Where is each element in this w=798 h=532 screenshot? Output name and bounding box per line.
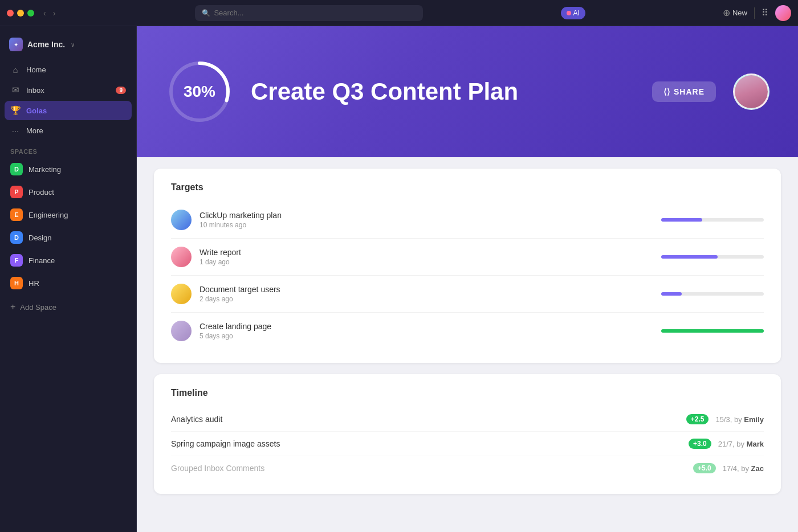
- timeline-meta-3: 17/4, by Zac: [723, 464, 764, 473]
- hr-badge: H: [10, 277, 23, 289]
- hero-section: 30% Create Q3 Content Plan ⟨⟩ SHARE: [137, 26, 798, 157]
- target-name-2: Write report: [199, 248, 653, 257]
- ai-button[interactable]: AI: [561, 7, 585, 19]
- timeline-meta-2: 21/7, by Mark: [718, 440, 764, 448]
- target-info-4: Create landing page 5 days ago: [199, 322, 653, 340]
- timeline-item-1: Analytics audit +2.5 15/3, by Emily: [171, 407, 764, 432]
- sidebar-item-home[interactable]: ⌂ Home: [5, 60, 132, 79]
- target-name-4: Create landing page: [199, 322, 653, 331]
- sidebar-label-more: More: [26, 126, 126, 135]
- add-space-button[interactable]: + Add Space: [0, 297, 136, 317]
- finance-label: Finance: [28, 256, 55, 265]
- workspace-header[interactable]: ✦ Acme Inc. ∨: [0, 33, 136, 56]
- target-item-2: Write report 1 day ago: [171, 239, 764, 276]
- workspace-logo: ✦: [9, 38, 23, 51]
- timeline-date-3: 17/4: [723, 464, 737, 473]
- more-icon: ···: [10, 126, 21, 136]
- workspace-name: Acme Inc.: [27, 40, 65, 49]
- timeline-author-3: Zac: [751, 464, 764, 473]
- target-name-1: ClickUp marketing plan: [199, 211, 653, 220]
- timeline-item-2: Spring campaign image assets +3.0 21/7, …: [171, 432, 764, 456]
- timeline-name-2: Spring campaign image assets: [171, 439, 682, 448]
- timeline-date-1: 15/3: [715, 415, 730, 424]
- sidebar: ✦ Acme Inc. ∨ ⌂ Home ✉ Inbox 9 🏆 Golas ·…: [0, 26, 137, 532]
- ai-label: AI: [573, 9, 580, 17]
- timeline-name-3: Grouped Inbox Comments: [171, 464, 686, 473]
- timeline-item-3: Grouped Inbox Comments +5.0 17/4, by Zac: [171, 456, 764, 480]
- timeline-title: Timeline: [171, 388, 764, 398]
- target-avatar-1: [171, 210, 192, 230]
- timeline-badge-1: +2.5: [686, 414, 709, 424]
- page-title: Create Q3 Content Plan: [251, 79, 635, 105]
- target-fill-4: [661, 329, 764, 333]
- home-icon: ⌂: [10, 65, 21, 75]
- target-fill-1: [661, 218, 702, 222]
- goals-icon: 🏆: [10, 105, 21, 116]
- timeline-author-2: Mark: [747, 440, 764, 448]
- timeline-author-1: Emily: [744, 415, 764, 424]
- new-label: New: [732, 9, 747, 17]
- target-time-1: 10 minutes ago: [199, 221, 653, 229]
- sidebar-label-goals: Golas: [26, 107, 126, 115]
- sidebar-item-product[interactable]: P Product: [5, 181, 132, 203]
- target-name-3: Document target users: [199, 285, 653, 294]
- timeline-by-3: by: [741, 464, 749, 473]
- topbar-right: ⊕ New ⠿: [723, 5, 791, 21]
- minimize-traffic-light[interactable]: [17, 10, 24, 17]
- sidebar-nav: ⌂ Home ✉ Inbox 9 🏆 Golas ··· More: [0, 60, 136, 141]
- target-fill-2: [661, 255, 718, 259]
- share-button[interactable]: ⟨⟩ SHARE: [652, 81, 716, 102]
- timeline-badge-2: +3.0: [689, 439, 711, 449]
- inbox-badge: 9: [116, 87, 126, 94]
- back-arrow[interactable]: ‹: [41, 7, 48, 19]
- sidebar-item-more[interactable]: ··· More: [5, 121, 132, 140]
- progress-text: 30%: [184, 83, 215, 101]
- cards-area: Targets ClickUp marketing plan 10 minute…: [137, 157, 798, 505]
- sidebar-item-engineering[interactable]: E Engineering: [5, 204, 132, 226]
- workspace-chevron-icon: ∨: [71, 42, 75, 48]
- grid-icon[interactable]: ⠿: [762, 7, 768, 18]
- target-item-3: Document target users 2 days ago: [171, 276, 764, 313]
- sidebar-label-inbox: Inbox: [26, 86, 110, 95]
- sidebar-item-inbox[interactable]: ✉ Inbox 9: [5, 80, 132, 100]
- hero-avatar-image: [735, 75, 768, 108]
- inbox-icon: ✉: [10, 85, 21, 95]
- share-label: SHARE: [674, 87, 705, 96]
- target-progress-4: [661, 329, 764, 333]
- sidebar-item-finance[interactable]: F Finance: [5, 249, 132, 271]
- target-avatar-4: [171, 321, 192, 341]
- targets-card: Targets ClickUp marketing plan 10 minute…: [154, 169, 781, 363]
- timeline-meta-1: 15/3, by Emily: [715, 415, 764, 424]
- new-button[interactable]: ⊕ New: [723, 7, 747, 18]
- sidebar-label-home: Home: [26, 66, 126, 74]
- plus-icon: ⊕: [723, 7, 730, 18]
- timeline-date-2: 21/7: [718, 440, 732, 448]
- marketing-badge: D: [10, 163, 23, 175]
- target-progress-3: [661, 292, 764, 296]
- target-avatar-2: [171, 247, 192, 267]
- close-traffic-light[interactable]: [7, 10, 14, 17]
- nav-arrows: ‹ ›: [41, 7, 58, 19]
- sidebar-item-goals[interactable]: 🏆 Golas: [5, 101, 132, 120]
- sidebar-item-hr[interactable]: H HR: [5, 272, 132, 294]
- target-info-2: Write report 1 day ago: [199, 248, 653, 266]
- timeline-card: Timeline Analytics audit +2.5 15/3, by E…: [154, 374, 781, 494]
- search-input[interactable]: [214, 9, 416, 17]
- target-progress-1: [661, 218, 764, 222]
- target-avatar-3: [171, 284, 192, 304]
- target-item-4: Create landing page 5 days ago: [171, 313, 764, 349]
- user-avatar[interactable]: [775, 5, 791, 21]
- search-icon: 🔍: [202, 9, 210, 17]
- timeline-name-1: Analytics audit: [171, 415, 679, 424]
- target-progress-2: [661, 255, 764, 259]
- target-time-3: 2 days ago: [199, 295, 653, 303]
- progress-ring: 30%: [165, 58, 234, 126]
- engineering-label: Engineering: [28, 211, 68, 219]
- sidebar-item-marketing[interactable]: D Marketing: [5, 158, 132, 180]
- design-badge: D: [10, 231, 23, 244]
- maximize-traffic-light[interactable]: [27, 10, 34, 17]
- sidebar-item-design[interactable]: D Design: [5, 227, 132, 248]
- forward-arrow[interactable]: ›: [51, 7, 58, 19]
- search-bar[interactable]: 🔍: [195, 5, 423, 21]
- hero-user-avatar: [733, 73, 769, 110]
